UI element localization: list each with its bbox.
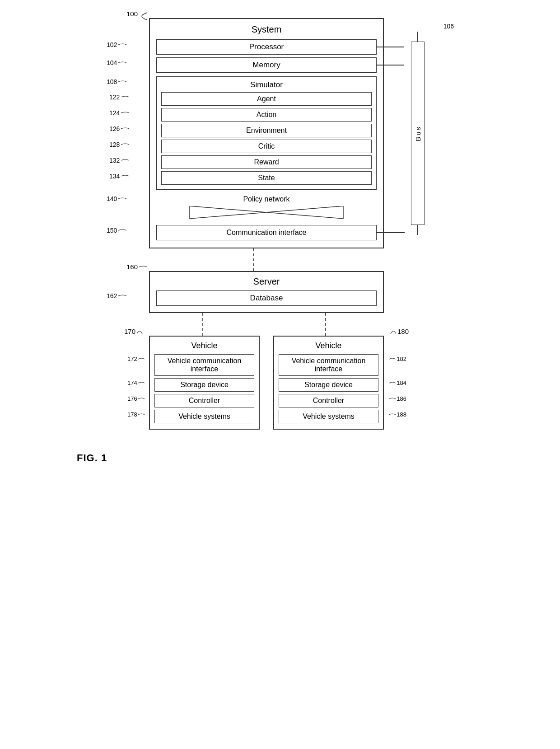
ref-174: 174	[127, 379, 145, 386]
ref-186: 186	[388, 395, 406, 402]
vr-comm-box: Vehicle communication interface	[279, 354, 378, 376]
ref-124: 124	[109, 109, 130, 117]
ref-104: 104	[107, 59, 127, 66]
bus-label: Bus	[414, 126, 422, 141]
svg-marker-1	[266, 206, 343, 219]
vl-comm-box: Vehicle communication interface	[154, 354, 254, 376]
processor-box: Processor	[156, 39, 377, 55]
diagram-wrapper: 100 System 102 Processor	[77, 18, 483, 464]
ref-184: 184	[388, 379, 406, 386]
ref-188: 188	[388, 411, 406, 418]
vl-storage-box: Storage device	[154, 378, 254, 392]
ref-126: 126	[109, 125, 130, 132]
system-label: System	[156, 24, 377, 35]
vl-comm-row: 172 Vehicle communication interface	[154, 354, 254, 376]
environment-box: Environment	[161, 124, 372, 137]
vehicle-left-box: Vehicle 172 Vehicle communication interf…	[149, 336, 260, 430]
simulator-inner: 122 Agent 124 A	[161, 92, 372, 185]
bus-container: 106 Bus	[406, 32, 429, 235]
server-box: Server 162 Database	[149, 271, 384, 313]
ref-134: 134	[109, 173, 130, 180]
memory-box: Memory	[156, 57, 377, 73]
vehicles-section: 170 Vehicle 172 Vehicle communication in…	[149, 336, 384, 430]
ref-132: 132	[109, 157, 130, 164]
ref-176: 176	[127, 395, 145, 402]
vl-controller-box: Controller	[154, 394, 254, 407]
vl-systems-row: 178 Vehicle systems	[154, 410, 254, 423]
vl-storage-row: 174 Storage device	[154, 378, 254, 392]
policy-network-arrows	[185, 206, 348, 220]
vehicle-left-inner: 172 Vehicle communication interface 174 …	[154, 354, 254, 423]
critic-box: Critic	[161, 140, 372, 153]
vr-controller-box: Controller	[279, 394, 378, 407]
vehicle-right-box: Vehicle 182 Vehicle communication interf…	[273, 336, 384, 430]
vehicle-right-label: Vehicle	[279, 341, 378, 351]
vr-systems-row: 188 Vehicle systems	[279, 410, 378, 423]
vehicle-right-inner: 182 Vehicle communication interface 184 …	[279, 354, 378, 423]
ref-122: 122	[109, 94, 130, 101]
system-with-bus: System 102 Processor	[149, 18, 429, 248]
vl-controller-row: 176 Controller	[154, 394, 254, 407]
ref-172: 172	[127, 356, 145, 362]
dashed-line-1	[253, 248, 254, 271]
simulator-box: Simulator 122 Agent	[156, 76, 377, 190]
policy-network-area: Policy network	[156, 193, 377, 221]
comm-bus-line	[377, 232, 405, 233]
agent-box: Agent	[161, 92, 372, 106]
ref-162: 162	[107, 292, 127, 300]
vehicle-left-label: Vehicle	[154, 341, 254, 351]
fig-label: FIG. 1	[77, 452, 483, 464]
proc-bus-line	[376, 47, 404, 47]
vr-storage-box: Storage device	[279, 378, 378, 392]
reward-box: Reward	[161, 155, 372, 169]
ref-106: 106	[443, 23, 454, 30]
ref-102: 102	[107, 41, 127, 48]
comm-interface-box: Communication interface	[156, 225, 377, 240]
ref-178: 178	[127, 411, 145, 418]
bus-bottom-connector	[417, 225, 418, 235]
system-box: System 102 Processor	[149, 18, 384, 248]
vehicle-left-wrapper: 170 Vehicle 172 Vehicle communication in…	[149, 336, 260, 430]
database-box: Database	[156, 290, 377, 306]
vr-systems-box: Vehicle systems	[279, 410, 378, 423]
ref-180: 180	[390, 328, 409, 335]
ref-140: 140	[107, 195, 127, 202]
bus-label-box: Bus	[411, 42, 425, 225]
ref-160: 160	[126, 263, 148, 271]
ref-108: 108	[107, 78, 127, 85]
database-row: 162 Database	[156, 290, 377, 306]
svg-marker-0	[190, 206, 266, 219]
ref-128: 128	[109, 141, 130, 148]
vehicle-right-wrapper: 180 Vehicle 182 Vehicle communication in…	[273, 336, 384, 430]
server-label: Server	[156, 276, 377, 287]
mem-bus-line	[376, 65, 404, 66]
vr-storage-row: 184 Storage device	[279, 378, 378, 392]
vr-controller-row: 186 Controller	[279, 394, 378, 407]
vr-comm-row: 182 Vehicle communication interface	[279, 354, 378, 376]
system-to-server-line	[253, 248, 483, 271]
state-box: State	[161, 171, 372, 185]
action-box: Action	[161, 108, 372, 122]
server-section: 160 Server 162 Database	[149, 271, 483, 313]
ref-182: 182	[388, 356, 406, 362]
simulator-label: Simulator	[161, 80, 372, 89]
ref-100-bracket	[135, 12, 148, 21]
dashed-line-right	[325, 313, 326, 336]
bus-top-connector	[417, 32, 418, 42]
dashed-line-left	[202, 313, 203, 336]
ref-150: 150	[107, 227, 127, 234]
policy-network-label: Policy network	[243, 195, 289, 203]
vl-systems-box: Vehicle systems	[154, 410, 254, 423]
ref-170: 170	[124, 328, 143, 335]
server-to-vehicles-lines	[149, 313, 384, 336]
